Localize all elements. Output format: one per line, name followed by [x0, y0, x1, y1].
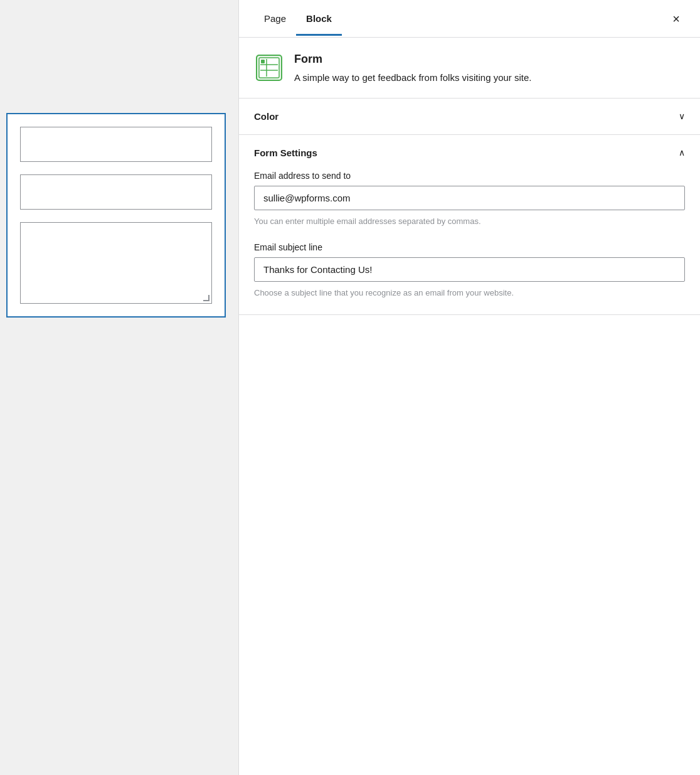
form-field-3	[20, 222, 212, 304]
section-color: Color ∨	[239, 99, 700, 135]
form-field-2	[20, 174, 212, 210]
form-block-icon	[254, 53, 284, 83]
email-subject-field: Email subject line Choose a subject line…	[254, 242, 685, 299]
email-address-field: Email address to send to You can enter m…	[254, 171, 685, 228]
form-field-box-2[interactable]	[20, 174, 212, 210]
block-title: Form	[294, 53, 532, 66]
block-description: A simple way to get feedback from folks …	[294, 71, 532, 85]
section-color-header[interactable]: Color ∨	[239, 99, 700, 134]
email-subject-input[interactable]	[254, 257, 685, 282]
block-info: Form A simple way to get feedback from f…	[239, 38, 700, 99]
tab-page[interactable]: Page	[254, 2, 296, 35]
resize-handle[interactable]	[203, 295, 209, 301]
section-form-settings: Form Settings ∧ Email address to send to…	[239, 135, 700, 315]
section-color-title: Color	[254, 111, 278, 122]
svg-rect-5	[261, 60, 265, 63]
editor-content	[0, 0, 238, 775]
form-block-area	[6, 113, 226, 318]
email-address-input[interactable]	[254, 186, 685, 210]
chevron-up-icon: ∧	[679, 147, 685, 158]
close-button[interactable]: ×	[667, 8, 685, 30]
form-textarea[interactable]	[20, 222, 212, 304]
email-address-label: Email address to send to	[254, 171, 685, 181]
email-subject-label: Email subject line	[254, 242, 685, 252]
editor-panel	[0, 0, 238, 775]
settings-panel: Page Block × Form A simple way to get fe…	[238, 0, 700, 775]
tabs-header: Page Block ×	[239, 0, 700, 38]
section-form-settings-title: Form Settings	[254, 147, 317, 158]
form-field-1	[20, 127, 212, 162]
section-form-settings-content: Email address to send to You can enter m…	[239, 171, 700, 314]
email-subject-hint: Choose a subject line that you recognize…	[254, 287, 685, 299]
chevron-down-icon: ∨	[679, 111, 685, 121]
section-form-settings-header[interactable]: Form Settings ∧	[239, 135, 700, 171]
block-info-text: Form A simple way to get feedback from f…	[294, 53, 532, 85]
form-field-box-1[interactable]	[20, 127, 212, 162]
email-address-hint: You can enter multiple email addresses s…	[254, 215, 685, 228]
tab-block[interactable]: Block	[296, 2, 342, 35]
